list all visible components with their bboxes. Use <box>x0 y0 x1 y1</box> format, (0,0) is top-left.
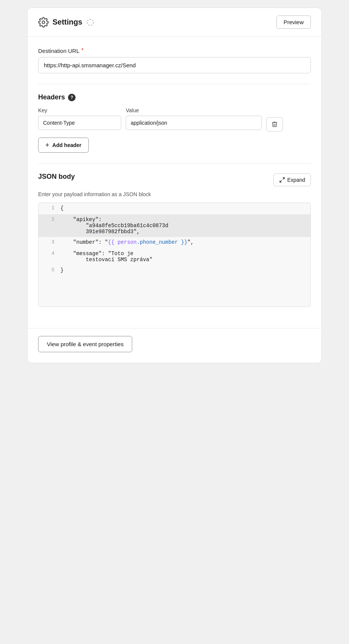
loading-icon <box>86 18 94 26</box>
svg-line-3 <box>280 180 282 182</box>
code-line-2: 2 "apikey": "a94a8fe5ccb19ba61c4c0873d 3… <box>39 214 310 237</box>
trash-icon <box>271 121 278 128</box>
line-number-4: 4 <box>39 248 57 259</box>
json-section-header: JSON body Expand <box>38 173 311 187</box>
line-content-2: "apikey": "a94a8fe5ccb19ba61c4c0873d 391… <box>57 214 310 237</box>
destination-url-section: Destination URL * <box>38 47 311 73</box>
svg-point-0 <box>42 21 45 23</box>
divider-2 <box>38 163 311 164</box>
settings-card: Settings Preview Destination URL * Heade… <box>27 8 322 363</box>
line-number-3: 3 <box>39 237 57 247</box>
svg-point-1 <box>87 19 94 25</box>
code-line-3: 3 "number": "{{ person.phone_number }}", <box>39 237 310 248</box>
plus-icon: + <box>45 142 49 149</box>
key-column: Key <box>38 107 121 130</box>
headers-section: Headers ? Key Value <box>38 93 311 153</box>
bottom-area: View profile & event properties <box>28 328 321 363</box>
delete-header-button[interactable] <box>266 117 283 132</box>
gear-icon <box>38 17 49 28</box>
add-header-button[interactable]: + Add header <box>38 138 89 153</box>
required-indicator: * <box>81 47 83 54</box>
value-label: Value <box>126 107 262 113</box>
help-icon[interactable]: ? <box>68 94 76 101</box>
key-label: Key <box>38 107 121 113</box>
view-profile-event-properties-button[interactable]: View profile & event properties <box>38 336 132 352</box>
page-title: Settings <box>53 18 82 26</box>
code-line-5: 5 } <box>39 265 310 276</box>
line-number-2: 2 <box>39 214 57 224</box>
svg-line-2 <box>283 178 284 180</box>
header-row: Key Value <box>38 107 311 132</box>
destination-url-label: Destination URL * <box>38 47 311 54</box>
line-number-1: 1 <box>39 203 57 213</box>
line-content-3: "number": "{{ person.phone_number }}", <box>57 237 310 248</box>
preview-button[interactable]: Preview <box>276 15 311 29</box>
value-column: Value <box>126 107 262 130</box>
headers-title: Headers ? <box>38 93 311 101</box>
line-content-1: { <box>57 203 310 214</box>
settings-header: Settings Preview <box>28 8 321 37</box>
header-left: Settings <box>38 17 94 28</box>
expand-icon <box>279 177 285 183</box>
code-editor[interactable]: 1 { 2 "apikey": "a94a8fe5ccb19ba61c4c087… <box>38 203 311 307</box>
line-content-4: "message": "Toto je testovací SMS zpráva… <box>57 248 310 265</box>
code-line-1: 1 { <box>39 203 310 214</box>
expand-button[interactable]: Expand <box>273 173 311 186</box>
json-description: Enter your payload information as a JSON… <box>38 191 311 197</box>
json-body-section: JSON body Expand Enter your payload info… <box>38 173 311 307</box>
json-body-title: JSON body <box>38 173 75 181</box>
divider-1 <box>38 84 311 84</box>
header-key-input[interactable] <box>38 116 121 130</box>
destination-url-input[interactable] <box>38 57 311 73</box>
code-padding <box>39 276 310 307</box>
line-content-5: } <box>57 265 310 276</box>
line-number-5: 5 <box>39 265 57 275</box>
main-content: Destination URL * Headers ? Key Value <box>28 37 321 328</box>
code-line-4: 4 "message": "Toto je testovací SMS zprá… <box>39 248 310 265</box>
header-value-input[interactable] <box>126 116 262 130</box>
